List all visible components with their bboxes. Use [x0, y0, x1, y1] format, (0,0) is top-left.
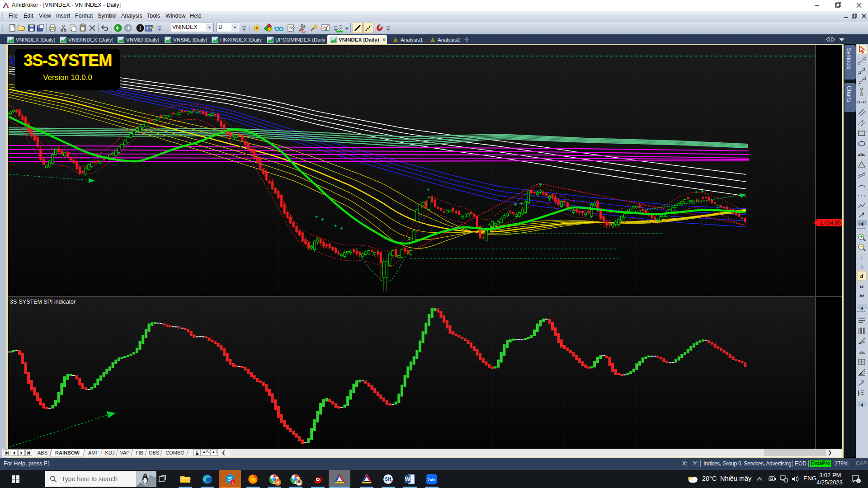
svg-text:SH: SH [385, 477, 391, 482]
svg-text:2: 2 [858, 479, 860, 483]
svg-text:H: H [276, 480, 279, 485]
svg-text:i: i [861, 254, 863, 261]
svg-text:w: w [860, 283, 864, 290]
svg-text:abc: abc [858, 151, 866, 157]
svg-text:d: d [860, 272, 863, 279]
svg-text:m: m [859, 292, 864, 299]
svg-text:h: h [860, 263, 863, 270]
svg-text:W: W [405, 476, 410, 483]
svg-text:1: 1 [231, 480, 234, 484]
svg-text:pro: pro [391, 479, 393, 482]
svg-text:i: i [139, 25, 141, 32]
svg-text:Zalo: Zalo [428, 478, 435, 482]
